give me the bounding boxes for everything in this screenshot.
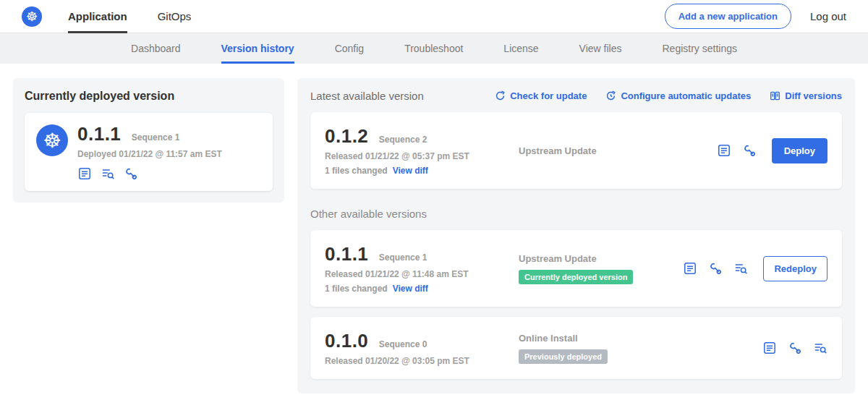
deploy-logs-icon[interactable] (813, 341, 827, 355)
subnav-view-files[interactable]: View files (579, 33, 622, 64)
release-notes-icon[interactable] (762, 341, 777, 355)
tab-application[interactable]: Application (68, 0, 127, 33)
view-diff-link[interactable]: View diff (393, 284, 428, 294)
check-for-update-link[interactable]: Check for update (495, 90, 587, 101)
config-wrench-icon[interactable] (788, 341, 802, 355)
version-number: 0.1.0 (325, 330, 368, 352)
version-number: 0.1.1 (325, 243, 368, 265)
previously-deployed-badge: Previously deployed (519, 349, 608, 364)
version-row-0-1-0: 0.1.0 Sequence 0 Released 01/20/22 @ 03:… (310, 317, 842, 379)
available-versions-panel: Latest available version Check for updat… (297, 78, 855, 394)
subnav-troubleshoot[interactable]: Troubleshoot (404, 33, 463, 64)
refresh-icon (495, 90, 506, 101)
currently-deployed-panel: Currently deployed version ☸ 0.1.1 Seque… (13, 78, 284, 203)
version-sequence: Sequence 1 (379, 252, 427, 263)
deployed-version-card: ☸ 0.1.1 Sequence 1 Deployed 01/21/22 @ 1… (25, 113, 273, 191)
subnav-registry-settings[interactable]: Registry settings (663, 33, 737, 64)
version-sequence: Sequence 0 (379, 339, 427, 349)
config-wrench-icon[interactable] (124, 166, 138, 181)
released-date: Released 01/20/22 @ 03:05 pm EST (325, 356, 511, 366)
auto-update-clock-icon (605, 90, 616, 101)
release-notes-icon[interactable] (717, 143, 731, 158)
main-content: Currently deployed version ☸ 0.1.1 Seque… (0, 64, 868, 408)
other-versions-title: Other available versions (310, 208, 842, 220)
app-logo-icon: ☸ (36, 124, 68, 156)
deployed-date: Deployed 01/21/22 @ 11:57 am EST (77, 149, 222, 159)
deploy-logs-icon[interactable] (733, 261, 748, 276)
files-changed-label: 1 files changed (325, 284, 388, 294)
deploy-logs-icon[interactable] (101, 166, 115, 181)
version-source: Online Install (519, 333, 762, 344)
version-row-0-1-2: 0.1.2 Sequence 2 Released 01/21/22 @ 05:… (310, 112, 842, 189)
released-date: Released 01/21/22 @ 05:37 pm EST (325, 151, 511, 161)
version-row-0-1-1: 0.1.1 Sequence 1 Released 01/21/22 @ 11:… (310, 230, 842, 307)
subnav-license[interactable]: License (503, 33, 538, 64)
release-notes-icon[interactable] (683, 261, 697, 276)
subnav-config[interactable]: Config (335, 33, 364, 64)
subnav-dashboard[interactable]: Dashboard (131, 33, 181, 64)
diff-icon (770, 90, 780, 101)
redeploy-button[interactable]: Redeploy (763, 256, 827, 281)
release-notes-icon[interactable] (77, 166, 92, 181)
deployed-panel-title: Currently deployed version (25, 90, 273, 103)
deploy-button[interactable]: Deploy (772, 138, 827, 163)
deployed-sequence: Sequence 1 (132, 132, 180, 143)
kubernetes-logo-icon: ☸ (22, 7, 42, 27)
tab-gitops[interactable]: GitOps (158, 0, 192, 33)
latest-available-title: Latest available version (310, 90, 424, 102)
check-for-update-label: Check for update (510, 90, 587, 101)
subnav-version-history[interactable]: Version history (221, 33, 294, 64)
logout-button[interactable]: Log out (810, 10, 846, 22)
currently-deployed-badge: Currently deployed version (519, 270, 633, 284)
version-number: 0.1.2 (325, 125, 368, 147)
deployed-version-number: 0.1.1 (77, 123, 121, 145)
app-subnav: Dashboard Version history Config Trouble… (0, 33, 868, 64)
configure-auto-updates-label: Configure automatic updates (621, 90, 751, 101)
diff-versions-label: Diff versions (785, 90, 842, 101)
released-date: Released 01/21/22 @ 11:48 am EST (325, 269, 511, 279)
version-source: Upstream Update (519, 145, 717, 156)
files-changed-label: 1 files changed (325, 166, 388, 176)
add-application-button[interactable]: Add a new application (665, 4, 791, 29)
diff-versions-link[interactable]: Diff versions (770, 90, 842, 101)
view-diff-link[interactable]: View diff (393, 166, 428, 176)
configure-auto-updates-link[interactable]: Configure automatic updates (605, 90, 751, 101)
config-wrench-icon[interactable] (742, 143, 757, 158)
config-wrench-icon[interactable] (708, 261, 723, 276)
header-tabs: Application GitOps (68, 0, 191, 33)
version-source: Upstream Update (519, 253, 683, 264)
top-header: ☸ Application GitOps Add a new applicati… (0, 0, 868, 33)
version-sequence: Sequence 2 (379, 135, 427, 145)
